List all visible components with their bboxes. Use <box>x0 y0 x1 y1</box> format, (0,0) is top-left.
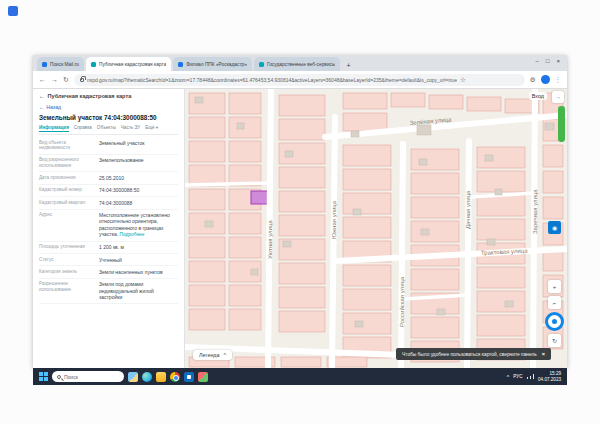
chrome-icon[interactable] <box>170 372 180 382</box>
photos-icon[interactable] <box>198 372 208 382</box>
language-indicator[interactable]: РУС <box>513 374 522 379</box>
back-link[interactable]: ← Назад <box>39 102 178 112</box>
map-tools-strip[interactable] <box>558 106 565 142</box>
file-explorer-icon[interactable] <box>156 372 166 382</box>
cadastral-map[interactable]: Зелёная улица Трактовая улица Заречная у… <box>185 89 567 368</box>
clock-date: 04.07.2023 <box>538 377 561 383</box>
new-tab-button[interactable]: + <box>342 62 354 71</box>
window-minimize-button[interactable]: – <box>536 58 539 64</box>
refresh-button[interactable]: ↻ <box>63 76 69 83</box>
tab-more[interactable]: Ещё ▾ <box>145 125 158 132</box>
profile-avatar[interactable] <box>541 75 550 84</box>
map-hint-tooltip: Чтобы было удобнее пользоваться картой, … <box>396 348 551 360</box>
attribute-row-address: Адрес Местоположение установлено относит… <box>39 210 178 242</box>
tab-favicon <box>91 62 96 67</box>
desktop-shortcut-icon[interactable] <box>8 6 18 16</box>
street-label: Южная улица <box>331 200 337 239</box>
forward-button[interactable]: → <box>51 76 58 83</box>
tab-title: Поиск Mail.ru <box>50 62 79 67</box>
browser-tab-3[interactable]: Филиал ППК «Роскадастр» <box>173 57 252 71</box>
tab-title: Филиал ППК «Роскадастр» <box>186 62 247 67</box>
browser-tab-4[interactable]: Государственные веб-сервисы <box>254 57 340 71</box>
parcel-attributes: Вид объекта недвижимости Земельный участ… <box>39 137 178 304</box>
parcel-info-panel: ← Публичная кадастровая карта ← Назад Зе… <box>33 89 185 368</box>
browser-window: Поиск Mail.ru Публичная кадастровая карт… <box>33 55 567 368</box>
selected-parcel[interactable] <box>251 191 269 204</box>
street-label: Заречная улица <box>532 189 538 234</box>
browser-tab-1[interactable]: Поиск Mail.ru <box>37 57 84 71</box>
back-button[interactable]: ← <box>39 76 46 83</box>
zoom-in-button[interactable]: + <box>548 280 561 293</box>
extensions-icon[interactable]: ⚙ <box>530 76 536 84</box>
panel-back-icon[interactable]: ← <box>39 93 45 99</box>
tray-expand-icon[interactable]: ^ <box>507 374 510 380</box>
attribute-row: Площадь уточненная 1 200 кв. м <box>39 242 178 254</box>
chevron-up-icon: ^ <box>224 352 227 358</box>
attribute-row: Статус Учтенный <box>39 254 178 266</box>
address-bar[interactable]: nspd.gov.ru/map?thematicSearchId=1&zoom=… <box>74 74 525 86</box>
browser-tab-strip: Поиск Mail.ru Публичная кадастровая карт… <box>33 55 567 71</box>
tab-favicon <box>178 62 183 67</box>
attribute-row: Разрешенное использование Земли под дома… <box>39 279 178 304</box>
desktop: Поиск Mail.ru Публичная кадастровая карт… <box>0 0 600 424</box>
attribute-row: Кадастровый номер 74:04:3000088:50 <box>39 185 178 197</box>
panel-tabs: Информация Справка Объекты Часть ЗУ Ещё … <box>39 125 178 135</box>
street-label: Российская улица <box>399 276 405 327</box>
windows-taskbar: Поиск ^ РУС 15:29 04.07.2023 <box>33 368 567 385</box>
street-label: Дачная улица <box>465 190 471 229</box>
measure-button[interactable]: ⌐ <box>548 296 561 309</box>
start-button[interactable] <box>39 372 48 381</box>
chevron-down-icon: ▾ <box>156 125 158 130</box>
street-label: Уютная улица <box>267 220 273 259</box>
search-icon <box>57 375 61 379</box>
browser-menu-icon[interactable]: ⋮ <box>555 76 562 84</box>
window-maximize-button[interactable]: □ <box>546 58 550 64</box>
layers-icon: ◉ <box>552 224 557 231</box>
tab-title: Публичная кадастровая карта <box>99 62 166 67</box>
share-button[interactable]: → <box>552 91 564 103</box>
attribute-row: Дата присвоения 25.05.2010 <box>39 172 178 184</box>
layers-button[interactable]: ◉ <box>548 221 561 234</box>
tab-information[interactable]: Информация <box>39 125 69 132</box>
share-arrow-icon: → <box>555 94 561 100</box>
tab-objects[interactable]: Объекты <box>97 125 116 132</box>
login-button[interactable]: Вход <box>529 92 547 100</box>
address-more-link[interactable]: Подробнее <box>120 232 145 238</box>
attribute-row: Вид объекта недвижимости Земельный участ… <box>39 137 178 155</box>
reset-view-button[interactable]: ↻ <box>548 334 561 347</box>
tooltip-close-icon[interactable]: × <box>542 351 545 357</box>
map-canvas: Зелёная улица Трактовая улица Заречная у… <box>185 89 567 368</box>
back-arrow-icon: ← <box>39 104 44 110</box>
browser-toolbar: ← → ↻ nspd.gov.ru/map?thematicSearchId=1… <box>33 71 567 89</box>
network-icon[interactable] <box>527 374 535 379</box>
tab-title: Государственные веб-сервисы <box>267 62 335 67</box>
tab-parcel-part[interactable]: Часть ЗУ <box>121 125 140 132</box>
legend-button[interactable]: Легенда ^ <box>193 350 232 360</box>
locate-button[interactable] <box>545 312 564 331</box>
tab-favicon <box>259 62 264 67</box>
bookmark-star-icon[interactable]: ☆ <box>460 76 466 84</box>
taskbar-clock[interactable]: 15:29 04.07.2023 <box>538 371 561 382</box>
taskbar-search[interactable]: Поиск <box>52 371 124 382</box>
edge-icon[interactable] <box>142 372 152 382</box>
store-icon[interactable] <box>184 372 194 382</box>
parcel-title: Земельный участок 74:04:3000088:50 <box>39 112 178 125</box>
app-title: Публичная кадастровая карта <box>48 93 132 99</box>
attribute-row: Кадастровый квартал 74:04:3000088 <box>39 197 178 209</box>
map-controls: ◉ + ⌐ ↻ <box>545 221 564 347</box>
window-close-button[interactable]: × <box>556 58 560 64</box>
lock-icon <box>80 78 84 82</box>
tab-favicon <box>42 62 47 67</box>
url-text: nspd.gov.ru/map?thematicSearchId=1&zoom=… <box>87 77 457 83</box>
browser-tab-2[interactable]: Публичная кадастровая карта <box>86 57 171 71</box>
system-tray: ^ РУС 15:29 04.07.2023 <box>507 371 561 382</box>
attribute-row: Вид разрешенного использования Землеполь… <box>39 155 178 173</box>
attribute-row: Категория земель Земли населенных пункто… <box>39 266 178 278</box>
widgets-icon[interactable] <box>128 372 138 382</box>
tab-reference[interactable]: Справка <box>74 125 92 132</box>
